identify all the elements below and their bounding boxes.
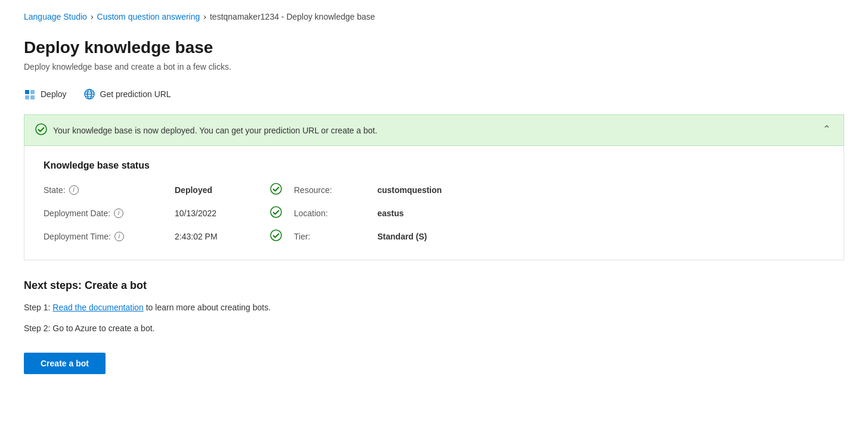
step-1-prefix: Step 1: [24,303,52,312]
step-2-text: Step 2: Go to Azure to create a bot. [24,322,844,335]
state-label: State: i [44,185,175,195]
breadcrumb: Language Studio › Custom question answer… [24,12,844,21]
action-bar: Deploy Get prediction URL [24,86,844,102]
step-1-suffix: to learn more about creating bots. [144,303,271,312]
deploy-icon [24,88,36,100]
breadcrumb-sep-2: › [203,12,206,21]
read-documentation-link[interactable]: Read the documentation [52,303,144,312]
globe-icon [83,88,95,100]
svg-point-11 [271,207,281,217]
breadcrumb-sep-1: › [91,12,94,21]
status-grid: State: i Deployed Resource: customquesti… [44,183,824,243]
deployment-time-value: 2:43:02 PM [175,232,270,241]
deploy-label: Deploy [41,89,67,99]
success-check-icon [35,123,47,137]
deployment-date-info-icon[interactable]: i [114,209,123,218]
state-check [270,183,294,197]
page-subtitle: Deploy knowledge base and create a bot i… [24,62,844,71]
deployment-date-label: Deployment Date: i [44,209,175,218]
collapse-button[interactable]: ⌃ [820,123,833,135]
status-box-title: Knowledge base status [44,160,824,171]
breadcrumb-custom-qa[interactable]: Custom question answering [97,12,200,21]
deployment-date-check [270,206,294,220]
location-label: Location: [294,209,377,218]
step-1-text: Step 1: Read the documentation to learn … [24,301,844,314]
success-banner-content: Your knowledge base is now deployed. You… [35,123,377,137]
resource-label: Resource: [294,185,377,195]
state-info-icon[interactable]: i [69,185,79,195]
svg-rect-2 [25,95,29,99]
breadcrumb-language-studio[interactable]: Language Studio [24,12,87,21]
resource-value: customquestion [377,185,497,195]
svg-rect-0 [25,90,29,94]
deployment-time-check [270,229,294,243]
svg-point-12 [271,230,281,241]
svg-point-10 [271,183,281,194]
deploy-button[interactable]: Deploy [24,86,67,102]
get-prediction-url-label: Get prediction URL [100,89,171,99]
deployment-time-info-icon[interactable]: i [114,232,124,241]
location-value: eastus [377,209,497,218]
page-title: Deploy knowledge base [24,38,844,57]
deployment-time-label: Deployment Time: i [44,232,175,241]
svg-rect-3 [30,95,35,99]
state-value: Deployed [175,185,270,195]
breadcrumb-current: testqnamaker1234 - Deploy knowledge base [210,12,375,21]
get-prediction-url-button[interactable]: Get prediction URL [83,86,171,102]
create-bot-button[interactable]: Create a bot [24,353,106,374]
svg-point-9 [36,124,46,135]
tier-label: Tier: [294,232,377,241]
svg-rect-1 [30,90,35,94]
tier-value: Standard (S) [377,232,497,241]
next-steps-title: Next steps: Create a bot [24,279,844,292]
deployment-date-value: 10/13/2022 [175,209,270,218]
status-box: Knowledge base status State: i Deployed … [24,146,844,260]
success-message: Your knowledge base is now deployed. You… [53,126,377,135]
success-banner: Your knowledge base is now deployed. You… [24,114,844,146]
